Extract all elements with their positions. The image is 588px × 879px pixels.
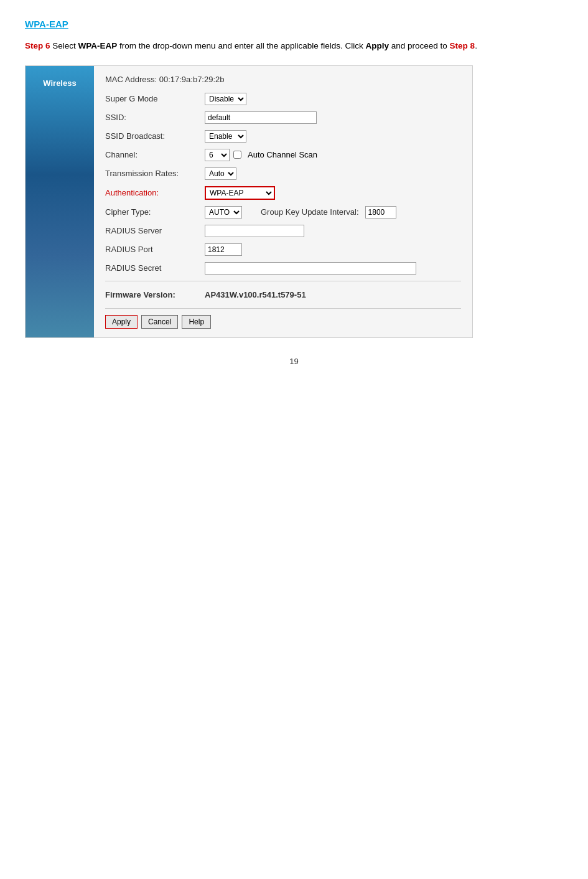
radius-secret-row: RADIUS Secret [105, 262, 461, 275]
auth-select[interactable]: Open Shared WEP WPA-Personal WPA2-Person… [206, 187, 274, 199]
cipher-type-label: Cipher Type: [105, 207, 205, 217]
main-content: MAC Address: 00:17:9a:b7:29:2b Super G M… [94, 66, 472, 337]
ssid-broadcast-control: Enable Disable [205, 130, 246, 143]
ssid-broadcast-select[interactable]: Enable Disable [205, 130, 246, 143]
help-button[interactable]: Help [182, 315, 211, 329]
cipher-type-control: AUTO TKIP AES Group Key Update Interval: [205, 206, 396, 219]
step6-label: Step 6 [25, 41, 50, 50]
tx-rates-select[interactable]: Auto [205, 167, 236, 180]
page-title: WPA-EAP [25, 19, 563, 29]
authentication-row: Authentication: Open Shared WEP WPA-Pers… [105, 186, 461, 200]
wpa-eap-term: WPA-EAP [78, 41, 118, 50]
config-panel: Wireless MAC Address: 00:17:9a:b7:29:2b … [25, 65, 473, 338]
firmware-row: Firmware Version: AP431W.v100.r541.t579-… [105, 290, 461, 299]
button-row: Apply Cancel Help [105, 315, 461, 329]
firmware-value: AP431W.v100.r541.t579-51 [205, 290, 306, 299]
radius-server-row: RADIUS Server [105, 225, 461, 237]
auth-label: Authentication: [105, 188, 205, 197]
tx-rates-row: Transmission Rates: Auto [105, 167, 461, 180]
super-g-label: Super G Mode [105, 94, 205, 103]
auth-control: Open Shared WEP WPA-Personal WPA2-Person… [205, 186, 275, 200]
apply-term: Apply [366, 41, 390, 50]
apply-button[interactable]: Apply [105, 315, 138, 329]
sidebar-label: Wireless [43, 78, 76, 88]
radius-port-label: RADIUS Port [105, 245, 205, 254]
cipher-type-row: Cipher Type: AUTO TKIP AES Group Key Upd… [105, 206, 461, 219]
intro-text2: from the drop-down menu and enter all th… [117, 41, 365, 50]
radius-secret-label: RADIUS Secret [105, 263, 205, 273]
radius-secret-input[interactable] [205, 262, 416, 275]
channel-label: Channel: [105, 150, 205, 159]
ssid-input[interactable] [205, 111, 317, 124]
intro-text4: . [475, 41, 477, 50]
radius-server-control [205, 225, 304, 237]
channel-select[interactable]: 12345 67891011 [205, 149, 230, 161]
group-key-input[interactable] [365, 206, 396, 219]
firmware-label: Firmware Version: [105, 290, 205, 299]
super-g-mode-row: Super G Mode Disable Enable [105, 93, 461, 105]
intro-paragraph: Step 6 Select WPA-EAP from the drop-down… [25, 39, 563, 53]
radius-secret-control [205, 262, 416, 275]
cipher-type-select[interactable]: AUTO TKIP AES [205, 206, 242, 219]
intro-text3: and proceed to [389, 41, 450, 50]
step8-label: Step 8 [450, 41, 475, 50]
radius-server-input[interactable] [205, 225, 304, 237]
ssid-row: SSID: [105, 111, 461, 124]
radius-port-row: RADIUS Port [105, 243, 461, 256]
divider2 [105, 308, 461, 309]
ssid-broadcast-label: SSID Broadcast: [105, 131, 205, 141]
mac-address: MAC Address: 00:17:9a:b7:29:2b [105, 75, 461, 84]
radius-server-label: RADIUS Server [105, 226, 205, 235]
page-number: 19 [25, 357, 563, 366]
ssid-control [205, 111, 317, 124]
cancel-button[interactable]: Cancel [141, 315, 178, 329]
auto-channel-label: Auto Channel Scan [248, 150, 317, 159]
divider [105, 281, 461, 281]
radius-port-control [205, 243, 242, 256]
ssid-broadcast-row: SSID Broadcast: Enable Disable [105, 130, 461, 143]
channel-row: Channel: 12345 67891011 Auto Channel Sca… [105, 149, 461, 161]
group-key-label: Group Key Update Interval: [261, 207, 359, 217]
tx-rates-label: Transmission Rates: [105, 169, 205, 178]
ssid-label: SSID: [105, 113, 205, 122]
auth-select-wrapper: Open Shared WEP WPA-Personal WPA2-Person… [205, 186, 275, 200]
tx-rates-control: Auto [205, 167, 236, 180]
sidebar-panel: Wireless [26, 66, 94, 337]
intro-text1: Select [50, 41, 78, 50]
super-g-select[interactable]: Disable Enable [205, 93, 246, 105]
channel-control: 12345 67891011 Auto Channel Scan [205, 149, 317, 161]
super-g-control: Disable Enable [205, 93, 246, 105]
radius-port-input[interactable] [205, 243, 242, 256]
auto-channel-checkbox[interactable] [233, 151, 241, 159]
